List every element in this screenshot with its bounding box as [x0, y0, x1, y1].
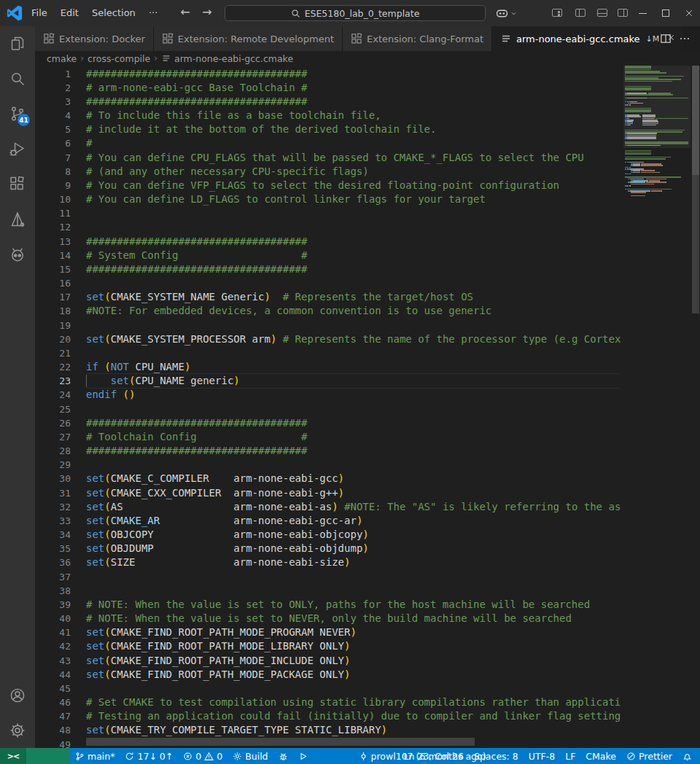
- line-number[interactable]: 11: [35, 206, 71, 220]
- status-problems[interactable]: 00: [178, 748, 228, 764]
- line-number[interactable]: 44: [35, 668, 71, 682]
- line-number[interactable]: 42: [35, 639, 71, 653]
- code-line[interactable]: ####################################: [86, 444, 621, 458]
- line-number[interactable]: 31: [35, 486, 71, 500]
- nav-forward-button[interactable]: →: [198, 0, 216, 26]
- status-debug[interactable]: [273, 748, 293, 764]
- code-line[interactable]: #NOTE: For embedded devices, a common co…: [86, 304, 621, 318]
- status-indentation[interactable]: Spaces: 8: [469, 748, 524, 764]
- close-window-button[interactable]: [678, 0, 700, 26]
- sidebar-item-extensions[interactable]: [0, 166, 35, 201]
- code-line[interactable]: [86, 584, 621, 598]
- minimize-button[interactable]: [631, 0, 653, 26]
- code-line[interactable]: #: [86, 136, 621, 150]
- status-sync[interactable]: 17↓ 0↑: [120, 748, 178, 764]
- code-line[interactable]: set(CPU_NAME generic): [86, 374, 621, 388]
- code-line[interactable]: # Set CMAKE to test compilation using st…: [86, 695, 621, 709]
- status-language-mode[interactable]: CMake: [580, 748, 621, 764]
- tab-extension-remote-development[interactable]: Extension: Remote Development: [154, 26, 343, 51]
- line-number[interactable]: 13: [35, 235, 71, 249]
- line-number[interactable]: 7: [35, 151, 71, 165]
- code-line[interactable]: set(OBJCOPY arm-none-eabi-objcopy): [86, 528, 621, 542]
- remote-indicator-extension[interactable]: [26, 748, 70, 764]
- line-number[interactable]: 28: [35, 444, 71, 458]
- line-number[interactable]: 32: [35, 500, 71, 514]
- line-number[interactable]: 30: [35, 472, 71, 486]
- code-line[interactable]: # Toolchain Config #: [86, 430, 621, 444]
- line-number[interactable]: 35: [35, 542, 71, 556]
- copilot-menu[interactable]: [496, 6, 518, 20]
- line-number[interactable]: 27: [35, 430, 71, 444]
- line-number[interactable]: 16: [35, 276, 71, 290]
- line-number[interactable]: 19: [35, 319, 71, 332]
- nav-back-button[interactable]: ←: [176, 0, 194, 26]
- code-line[interactable]: set(CMAKE_FIND_ROOT_PATH_MODE_INCLUDE ON…: [86, 654, 621, 668]
- line-number[interactable]: 36: [35, 556, 71, 569]
- line-number[interactable]: 33: [35, 514, 71, 528]
- line-number[interactable]: 47: [35, 709, 71, 723]
- toggle-sidebar-button[interactable]: [575, 7, 586, 18]
- line-number[interactable]: 18: [35, 304, 71, 318]
- toggle-secondary-sidebar-button[interactable]: [617, 7, 629, 18]
- more-actions-icon[interactable]: [679, 33, 691, 44]
- menu-[interactable]: ···: [142, 0, 164, 26]
- code-line[interactable]: [86, 570, 621, 584]
- code-line[interactable]: set(SIZE arm-none-eabi-size): [86, 556, 621, 569]
- sidebar-item-cmake-tools[interactable]: [0, 202, 35, 237]
- account-button[interactable]: [0, 678, 35, 713]
- toggle-panel-button[interactable]: [596, 7, 608, 18]
- code-line[interactable]: [86, 319, 621, 332]
- tab-extension-clang-format[interactable]: Extension: Clang-Format: [343, 26, 492, 51]
- code-line[interactable]: set(CMAKE_CXX_COMPILER arm-none-eabi-g++…: [86, 486, 621, 500]
- status-eol[interactable]: LF: [560, 748, 580, 764]
- line-number[interactable]: 45: [35, 682, 71, 695]
- code-line[interactable]: # NOTE: When the value is set to NEVER, …: [86, 612, 621, 625]
- command-center-search[interactable]: ESE5180_lab_0_template: [225, 5, 486, 21]
- line-number[interactable]: 41: [35, 625, 71, 639]
- status-prettier[interactable]: Prettier: [621, 748, 677, 764]
- line-number[interactable]: 46: [35, 695, 71, 709]
- line-number[interactable]: 2: [35, 81, 71, 95]
- code-line[interactable]: # NOTE: When the value is set to ONLY, p…: [86, 598, 621, 612]
- line-number[interactable]: 9: [35, 179, 71, 192]
- code-line[interactable]: ####################################: [86, 235, 621, 249]
- line-number[interactable]: 6: [35, 136, 71, 150]
- status-notifications[interactable]: [677, 748, 697, 764]
- code-line[interactable]: set(CMAKE_AR arm-none-eabi-gcc-ar): [86, 514, 621, 528]
- line-number[interactable]: 40: [35, 612, 71, 625]
- breadcrumb-item[interactable]: cmake: [47, 53, 77, 64]
- code-line[interactable]: # Testing an application could fail (ini…: [86, 709, 621, 723]
- split-editor-icon[interactable]: [660, 33, 672, 44]
- code-line[interactable]: [86, 346, 621, 360]
- settings-gear-button[interactable]: [0, 713, 35, 748]
- code-line[interactable]: # include it at the bottom of the derive…: [86, 122, 621, 136]
- line-number[interactable]: 10: [35, 192, 71, 206]
- code-line[interactable]: set(CMAKE_SYSTEM_PROCESSOR arm) # Repres…: [86, 332, 621, 346]
- line-number[interactable]: 4: [35, 109, 71, 122]
- vertical-scrollbar[interactable]: [691, 66, 700, 748]
- code-line[interactable]: # arm-none-eabi-gcc Base Toolchain #: [86, 81, 621, 95]
- tab-arm-none-eabi-gcc.cmake[interactable]: arm-none-eabi-gcc.cmake↓M: [492, 26, 685, 51]
- line-number[interactable]: 22: [35, 360, 71, 374]
- line-number[interactable]: 20: [35, 332, 71, 346]
- status-branch[interactable]: main*: [70, 748, 120, 764]
- code-area[interactable]: ##################################### ar…: [86, 66, 621, 748]
- code-line[interactable]: [86, 276, 621, 290]
- line-number[interactable]: 17: [35, 290, 71, 304]
- code-line[interactable]: # (and any other necessary CPU-specific …: [86, 165, 621, 179]
- sidebar-item-source-control[interactable]: 41: [0, 96, 35, 131]
- code-line[interactable]: set(AS arm-none-eabi-as) #NOTE: The "AS"…: [86, 500, 621, 514]
- code-line[interactable]: # You can define VFP_FLAGS to select the…: [86, 179, 621, 192]
- horizontal-scrollbar-thumb[interactable]: [86, 738, 475, 746]
- line-number[interactable]: 43: [35, 654, 71, 668]
- status-encoding[interactable]: UTF-8: [524, 748, 560, 764]
- line-number[interactable]: 5: [35, 122, 71, 136]
- menu-edit[interactable]: Edit: [54, 0, 85, 26]
- code-line[interactable]: set(CMAKE_FIND_ROOT_PATH_MODE_PACKAGE ON…: [86, 668, 621, 682]
- maximize-button[interactable]: [655, 0, 677, 26]
- code-line[interactable]: ####################################: [86, 95, 621, 109]
- line-number[interactable]: 12: [35, 220, 71, 234]
- code-line[interactable]: # To include this file as a base toolcha…: [86, 109, 621, 122]
- line-number[interactable]: 15: [35, 262, 71, 276]
- line-number[interactable]: 39: [35, 598, 71, 612]
